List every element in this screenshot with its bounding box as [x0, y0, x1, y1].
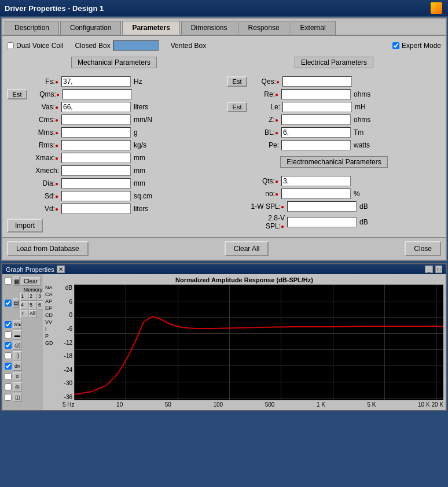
tab-parameters[interactable]: Parameters [122, 21, 179, 35]
1wspl-row: 1-W SPL:● dB [227, 201, 441, 212]
no-input[interactable] [281, 189, 351, 199]
bl-input[interactable] [281, 127, 351, 138]
close-button[interactable]: Close [405, 241, 441, 256]
response-curve [74, 285, 443, 400]
xmech-input[interactable] [61, 165, 131, 176]
cat-gd: GD [45, 340, 57, 346]
rms-row: Rms:● kg/s [7, 140, 221, 150]
closed-box-group: Closed Box [75, 40, 159, 51]
graph-circle-btn[interactable]: ◎ [13, 382, 22, 392]
mem-btn-5[interactable]: 5 [29, 301, 37, 309]
tab-response[interactable]: Response [238, 21, 289, 35]
chart-title: Normalized Amplitude Response (dB-SPL/Hz… [45, 276, 443, 283]
est-le-button[interactable]: Est [227, 102, 247, 112]
closed-box-input[interactable] [113, 40, 159, 51]
graph-speaker-btn[interactable]: ◎) [13, 341, 22, 350]
graph-check8[interactable] [5, 373, 12, 380]
vd-input[interactable] [61, 204, 131, 214]
graph-eq-btn[interactable]: ≡ [13, 372, 22, 381]
expert-mode-group: Expert Mode [392, 42, 441, 50]
graph-close-icon[interactable]: ✕ [57, 265, 65, 273]
re-input[interactable] [281, 89, 351, 99]
graph-check4[interactable] [5, 331, 12, 338]
28vspl-input[interactable] [287, 217, 357, 227]
vas-input[interactable] [61, 102, 131, 112]
mem-btn-all[interactable]: All [29, 310, 37, 318]
le-input[interactable] [282, 102, 352, 112]
est-qms-button[interactable]: Est [7, 89, 27, 99]
xmax-input[interactable] [61, 153, 131, 163]
cms-input[interactable] [61, 115, 131, 125]
right-params: Electrical Parameters Est Qes:● Re:● ohm… [227, 57, 441, 233]
graph-check1[interactable] [5, 278, 12, 285]
rms-input[interactable] [61, 140, 131, 150]
params-area: Mechanical Parameters Fs:● Hz Est Qms:● [7, 57, 441, 233]
graph-content: ▦ Clear ▤ Memory 1 2 3 [2, 274, 446, 410]
graph-grid-btn[interactable]: ▦ [13, 276, 20, 286]
graph-check7[interactable] [5, 363, 12, 370]
mem-btn-1[interactable]: 1 [20, 293, 28, 301]
graph-check10[interactable] [5, 394, 12, 401]
dual-voice-coil-label[interactable]: Dual Voice Coil [7, 42, 63, 50]
graph-check9[interactable] [5, 383, 12, 390]
graph-check6[interactable] [5, 352, 12, 359]
xmax-row: Xmax:● mm [7, 153, 221, 163]
cat-na: NA [45, 285, 57, 290]
load-from-database-button[interactable]: Load from Database [7, 241, 89, 256]
graph-check3[interactable] [5, 321, 12, 328]
xmech-row: Xmech: mm [7, 165, 221, 176]
main-window: Description Configuration Parameters Dim… [1, 17, 447, 261]
window-title: Driver Properties - Design 1 [5, 4, 104, 13]
expert-mode-checkbox[interactable] [392, 42, 399, 49]
dual-voice-coil-checkbox[interactable] [7, 42, 14, 49]
graph-check2[interactable] [5, 300, 12, 307]
cms-row: Cms:● mm/N [7, 115, 221, 125]
cat-ca: CA [45, 292, 57, 297]
graph-20k-btn[interactable]: 20k [13, 320, 22, 329]
qes-input[interactable] [282, 76, 352, 87]
graph-check5[interactable] [5, 342, 12, 349]
title-icon [431, 2, 442, 14]
re-row: Re:● ohms [227, 89, 441, 99]
mms-input[interactable] [61, 127, 131, 138]
fs-row: Fs:● Hz [7, 76, 221, 87]
tab-configuration[interactable]: Configuration [60, 21, 121, 35]
graph-clear-btn[interactable]: Clear [21, 277, 41, 286]
1wspl-input[interactable] [287, 201, 357, 212]
graph-maximize-icon[interactable]: □ [435, 265, 442, 273]
title-bar: Driver Properties - Design 1 [0, 0, 448, 16]
qts-input[interactable] [281, 176, 351, 186]
graph-speaker2-btn[interactable]: ·) [13, 351, 22, 360]
z-input[interactable] [281, 115, 351, 125]
mem-btn-2[interactable]: 2 [29, 293, 37, 301]
est-qes-button[interactable]: Est [227, 76, 247, 87]
fs-input[interactable] [61, 76, 131, 87]
vented-box-label: Vented Box [171, 42, 206, 50]
tab-bar: Description Configuration Parameters Dim… [2, 19, 446, 36]
graph-line-btn[interactable]: ▬ [13, 330, 22, 340]
28vspl-row: 2.8-V SPL:● dB [227, 214, 441, 230]
dia-input[interactable] [61, 178, 131, 189]
sd-input[interactable] [61, 191, 131, 201]
import-button[interactable]: Import [7, 219, 43, 233]
graph-minimize-icon[interactable]: _ [425, 265, 433, 273]
pe-input[interactable] [281, 140, 351, 150]
mms-row: Mms:● g [7, 127, 221, 138]
footer-buttons: Load from Database Clear All Close [2, 237, 446, 260]
mem-btn-7[interactable]: 7 [20, 310, 28, 318]
graph-dn-btn[interactable]: dn [13, 361, 22, 371]
qes-row: Est Qes:● [227, 76, 441, 87]
cat-cd: CD [45, 312, 57, 318]
mem-btn-4[interactable]: 4 [20, 301, 28, 309]
cat-vv: VV [45, 319, 57, 325]
mechanical-params: Mechanical Parameters Fs:● Hz Est Qms:● [7, 57, 221, 233]
clear-all-button[interactable]: Clear All [225, 241, 269, 256]
vas-row: Vas:● liters [7, 102, 221, 112]
tab-external[interactable]: External [291, 21, 336, 35]
tab-dimensions[interactable]: Dimensions [181, 21, 237, 35]
tab-description[interactable]: Description [5, 21, 59, 35]
memory-label: Memory [24, 287, 43, 293]
graph-sq-btn[interactable]: ◫ [13, 393, 22, 402]
qms-input[interactable] [63, 89, 132, 99]
graph-grid-btn2[interactable]: ▤ [13, 298, 19, 308]
